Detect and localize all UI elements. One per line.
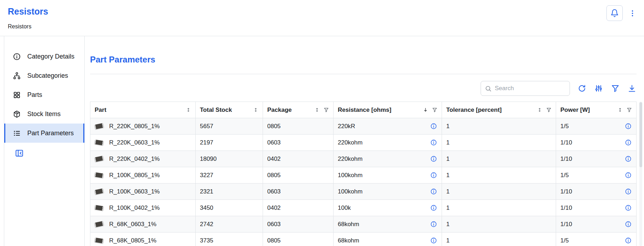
column-header-resistance[interactable]: Resistance [ohms] [334,102,442,118]
parameters-table: Part Total Stock Packa [90,102,637,246]
scrollbar-thumb[interactable] [639,102,642,167]
column-header-tolerance[interactable]: Tolerance [percent] [442,102,556,118]
table-row[interactable]: R_68K_0805_1% 3735 0805 68kohm 1 1/5 [90,233,637,246]
info-icon [13,53,21,61]
info-button[interactable] [625,188,632,195]
info-button[interactable] [625,237,632,244]
notifications-button[interactable] [606,5,623,21]
sort-icon[interactable] [617,107,623,113]
column-header-power[interactable]: Power [W] [556,102,637,118]
tolerance-value: 1 [446,139,449,146]
package-value: 0603 [267,221,281,228]
search-input[interactable] [495,85,566,92]
info-button[interactable] [430,204,437,212]
package-value: 0603 [267,139,281,146]
info-icon [430,123,437,130]
main-panel: Part Parameters [85,36,644,246]
sort-icon[interactable] [186,107,191,113]
resistance-value: 220kohm [338,139,363,146]
package-value: 0805 [267,237,281,244]
info-icon [430,155,437,162]
column-label: Total Stock [200,106,232,114]
column-header-part[interactable]: Part [90,102,196,118]
info-button[interactable] [430,221,437,228]
table-row[interactable]: R_100K_0603_1% 2321 0603 100kohm 1 1/10 [90,184,637,200]
sort-descending-icon[interactable] [423,107,428,113]
page-header: Resistors Resistors [0,0,644,36]
resistance-value: 68kohm [338,237,359,244]
sidebar-item-part-parameters[interactable]: Part Parameters [4,124,84,143]
app-window: Resistors Resistors Category Details Sub… [0,0,644,246]
part-thumbnail [94,172,104,178]
info-button[interactable] [430,123,437,130]
info-icon [625,139,632,146]
column-filter-icon[interactable] [324,107,329,113]
kebab-menu-button[interactable] [627,5,638,21]
column-filter-icon[interactable] [546,107,551,113]
download-icon [628,84,636,93]
table-row[interactable]: R_220K_0805_1% 5657 0805 220kR 1 1/5 [90,118,637,135]
refresh-icon [578,84,586,93]
info-button[interactable] [430,155,437,163]
info-icon [625,188,632,195]
sidebar-item-stock-items[interactable]: Stock Items [4,104,84,124]
sort-icon[interactable] [537,107,542,113]
column-label: Part [95,106,106,114]
part-thumbnail [94,188,104,195]
table-row[interactable]: R_220K_0603_1% 2197 0603 220kohm 1 1/10 [90,135,637,151]
column-filter-icon[interactable] [627,107,632,113]
sort-icon[interactable] [253,107,258,113]
info-button[interactable] [625,221,632,228]
part-name: R_220K_0603_1% [109,139,160,146]
table-scrollbar[interactable] [639,102,642,246]
info-button[interactable] [430,188,437,195]
sidebar-item-parts[interactable]: Parts [4,85,84,104]
info-button[interactable] [625,172,632,179]
sidebar-item-category-details[interactable]: Category Details [4,47,84,66]
table-row[interactable]: R_220K_0402_1% 18090 0402 220kohm 1 1/10 [90,151,637,167]
info-icon [430,188,437,195]
part-name: R_68K_0805_1% [109,237,156,244]
sort-icon[interactable] [314,107,320,113]
sidebar-item-label: Part Parameters [27,130,74,137]
column-label: Power [W] [560,106,590,114]
filter-button[interactable] [611,84,620,93]
power-value: 1/10 [560,155,572,163]
info-icon [430,172,437,179]
info-button[interactable] [625,204,632,212]
info-button[interactable] [625,155,632,163]
info-button[interactable] [430,139,437,146]
info-button[interactable] [430,172,437,179]
tolerance-value: 1 [446,221,449,228]
section-title: Part Parameters [90,55,637,65]
power-value: 1/5 [560,123,569,130]
info-button[interactable] [625,123,632,130]
part-name: R_100K_0603_1% [109,188,160,195]
info-icon [430,237,437,244]
collapse-sidebar-button[interactable] [14,148,24,159]
part-name: R_220K_0805_1% [109,123,160,130]
resistance-value: 100kohm [338,172,363,179]
column-label: Package [267,106,292,114]
table-row[interactable]: R_100K_0805_1% 3227 0805 100kohm 1 1/5 [90,167,637,184]
info-button[interactable] [430,237,437,244]
tolerance-value: 1 [446,123,449,130]
column-header-package[interactable]: Package [263,102,334,118]
column-settings-button[interactable] [594,84,603,93]
column-filter-icon[interactable] [432,107,437,113]
refresh-button[interactable] [577,84,587,93]
part-thumbnail [94,123,104,130]
page-title: Resistors [8,6,48,17]
table-row[interactable]: R_68K_0603_1% 2742 0603 68kohm 1 1/10 [90,216,637,233]
resistance-value: 100k [338,204,351,212]
table-row[interactable]: R_100K_0402_1% 3450 0402 100k 1 1/10 [90,200,637,216]
tolerance-value: 1 [446,237,449,244]
part-thumbnail [94,156,104,162]
column-label: Resistance [ohms] [338,106,391,114]
download-button[interactable] [627,84,637,93]
power-value: 1/10 [560,204,572,212]
info-button[interactable] [625,139,632,146]
info-icon [625,123,632,130]
sidebar-item-subcategories[interactable]: Subcategories [4,66,84,85]
column-header-total-stock[interactable]: Total Stock [196,102,263,118]
